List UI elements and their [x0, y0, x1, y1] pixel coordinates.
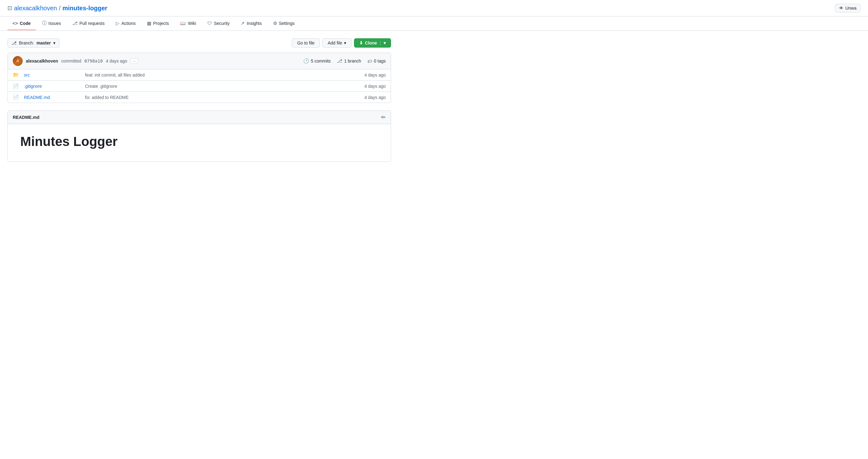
main-content: ⎇ Branch: master ▾ Go to file Add file ▾… — [0, 31, 399, 169]
commit-info-row: A alexacalkhoven committed 0798a10 4 day… — [8, 53, 391, 69]
file-name-src[interactable]: src — [24, 72, 80, 77]
security-icon: 🛡 — [207, 21, 212, 26]
readme-body: Minutes Logger — [8, 124, 391, 162]
file-time-src: 4 days ago — [354, 72, 386, 77]
file-name-readme[interactable]: README.md — [24, 95, 80, 100]
commit-expand-button[interactable]: ··· — [130, 58, 138, 64]
tab-projects-label: Projects — [153, 21, 169, 26]
tab-issues[interactable]: ⓘ Issues — [37, 17, 66, 31]
tab-security[interactable]: 🛡 Security — [203, 17, 235, 30]
tag-count: 0 tags — [374, 59, 386, 64]
tab-actions[interactable]: ▷ Actions — [111, 17, 141, 31]
separator: / — [59, 5, 61, 12]
repo-title: ⊡ alexacalkhoven / minutes-logger — [7, 5, 107, 12]
commits-stat[interactable]: 🕐 5 commits — [303, 58, 331, 64]
actions-icon: ▷ — [116, 21, 120, 26]
clone-button[interactable]: ⬇ Clone ▾ — [354, 38, 391, 47]
code-icon: <> — [12, 21, 18, 26]
commit-author[interactable]: alexacalkhoven — [26, 59, 58, 64]
tab-pull-requests[interactable]: ⎇ Pull requests — [67, 17, 110, 31]
go-to-file-button[interactable]: Go to file — [292, 38, 320, 47]
eye-icon: 👁 — [839, 6, 843, 10]
branch-chevron-icon: ▾ — [53, 40, 55, 45]
readme-title: README.md — [13, 115, 39, 120]
clone-chevron-icon: ▾ — [383, 40, 386, 45]
branch-selector-label: Branch: — [19, 40, 34, 45]
insights-icon: ↗ — [241, 21, 245, 26]
clock-icon: 🕐 — [303, 58, 309, 64]
repo-icon: ⊡ — [7, 5, 12, 11]
watch-button[interactable]: 👁 Unwa — [835, 4, 861, 12]
clone-label: Clone — [365, 40, 377, 45]
table-row: 📄 .gitignore Create .gitignore 4 days ag… — [8, 80, 391, 92]
commits-count: 5 commits — [311, 59, 331, 64]
file-time-readme: 4 days ago — [354, 95, 386, 100]
readme-section: README.md ✏ Minutes Logger — [7, 110, 391, 162]
folder-icon: 📁 — [13, 72, 19, 78]
tab-projects[interactable]: ▦ Projects — [142, 17, 174, 31]
readme-edit-icon[interactable]: ✏ — [381, 114, 386, 121]
table-row: 📄 README.md fix: added to README 4 days … — [8, 92, 391, 103]
tab-wiki[interactable]: 📖 Wiki — [175, 17, 201, 31]
commit-left: A alexacalkhoven committed 0798a10 4 day… — [13, 56, 138, 66]
tab-insights[interactable]: ↗ Insights — [236, 17, 267, 31]
watch-label: Unwa — [845, 6, 857, 10]
tab-insights-label: Insights — [247, 21, 261, 26]
settings-icon: ⚙ — [273, 21, 277, 26]
file-commit-msg-readme: fix: added to README — [85, 95, 350, 100]
go-to-file-label: Go to file — [297, 40, 314, 45]
file-commit-msg-src: feat: init commit, all files added — [85, 72, 350, 77]
file-doc-icon-readme: 📄 — [13, 94, 19, 100]
repo-name-link[interactable]: minutes-logger — [62, 5, 107, 12]
tags-stat[interactable]: 🏷 0 tags — [367, 59, 386, 64]
tab-issues-label: Issues — [49, 21, 61, 26]
branch-selector-name: master — [36, 40, 51, 45]
repo-owner-link[interactable]: alexacalkhoven — [14, 5, 57, 12]
file-time-gitignore: 4 days ago — [354, 84, 386, 89]
commit-time: 4 days ago — [106, 59, 127, 64]
add-file-button[interactable]: Add file ▾ — [322, 38, 351, 47]
issues-icon: ⓘ — [42, 20, 47, 26]
nav-tabs: <> Code ⓘ Issues ⎇ Pull requests ▷ Actio… — [0, 17, 868, 31]
readme-heading: Minutes Logger — [20, 134, 378, 149]
projects-icon: ▦ — [147, 21, 151, 26]
tab-code-label: Code — [20, 21, 31, 26]
branches-stat[interactable]: ⎇ 1 branch — [337, 58, 361, 64]
file-doc-icon: 📄 — [13, 83, 19, 89]
readme-header: README.md ✏ — [8, 111, 391, 124]
tab-settings[interactable]: ⚙ Settings — [268, 17, 300, 31]
branch-selector[interactable]: ⎇ Branch: master ▾ — [7, 38, 59, 47]
clone-divider — [380, 40, 380, 45]
commit-hash[interactable]: 0798a10 — [84, 59, 103, 64]
branch-stat-icon: ⎇ — [337, 58, 342, 64]
add-file-chevron-icon: ▾ — [344, 40, 346, 45]
table-row: 📁 src feat: init commit, all files added… — [8, 69, 391, 80]
tab-pr-label: Pull requests — [80, 21, 104, 26]
commit-action: committed — [61, 59, 82, 64]
tab-actions-label: Actions — [121, 21, 136, 26]
file-commit-msg-gitignore: Create .gitignore — [85, 84, 350, 89]
branch-toolbar: ⎇ Branch: master ▾ Go to file Add file ▾… — [7, 38, 391, 47]
avatar: A — [13, 56, 23, 66]
add-file-label: Add file — [328, 40, 342, 45]
tab-security-label: Security — [214, 21, 230, 26]
file-name-gitignore[interactable]: .gitignore — [24, 84, 80, 89]
file-table: A alexacalkhoven committed 0798a10 4 day… — [7, 53, 391, 103]
avatar-image: A — [13, 56, 23, 66]
pr-icon: ⎇ — [72, 21, 78, 26]
branch-selector-icon: ⎇ — [11, 40, 17, 45]
toolbar-right: Go to file Add file ▾ ⬇ Clone ▾ — [292, 38, 391, 47]
tag-icon: 🏷 — [367, 59, 372, 64]
clone-download-icon: ⬇ — [359, 40, 363, 45]
tab-wiki-label: Wiki — [188, 21, 196, 26]
tab-code[interactable]: <> Code — [7, 17, 36, 30]
tab-settings-label: Settings — [279, 21, 295, 26]
wiki-icon: 📖 — [180, 21, 186, 26]
commit-right: 🕐 5 commits ⎇ 1 branch 🏷 0 tags — [303, 58, 386, 64]
top-bar: ⊡ alexacalkhoven / minutes-logger 👁 Unwa — [0, 0, 868, 17]
branch-count: 1 branch — [344, 59, 361, 64]
